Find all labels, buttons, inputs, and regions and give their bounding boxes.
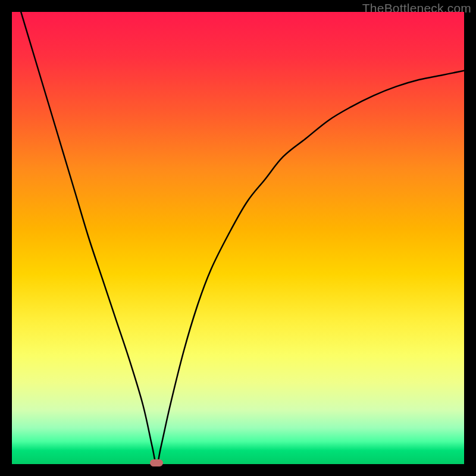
chart-frame: TheBottleneck.com <box>0 0 476 476</box>
dip-marker <box>150 459 163 466</box>
bottleneck-curve-path <box>21 12 464 464</box>
plot-area <box>12 12 464 464</box>
curve-svg <box>12 12 464 464</box>
